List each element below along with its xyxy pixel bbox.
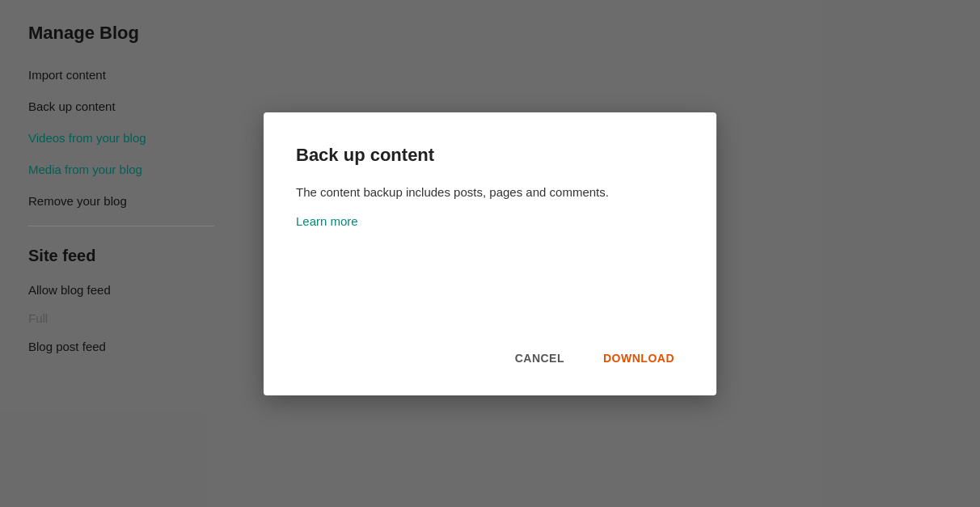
dialog: Back up content The content backup inclu… xyxy=(264,112,716,395)
dialog-spacer xyxy=(296,228,684,329)
download-button[interactable]: DOWNLOAD xyxy=(593,345,684,371)
modal-overlay[interactable]: Back up content The content backup inclu… xyxy=(0,0,980,507)
dialog-title: Back up content xyxy=(296,145,684,166)
dialog-body: The content backup includes posts, pages… xyxy=(296,184,684,202)
dialog-actions: CANCEL DOWNLOAD xyxy=(296,329,684,371)
learn-more-link[interactable]: Learn more xyxy=(296,214,684,228)
cancel-button[interactable]: CANCEL xyxy=(505,345,574,371)
